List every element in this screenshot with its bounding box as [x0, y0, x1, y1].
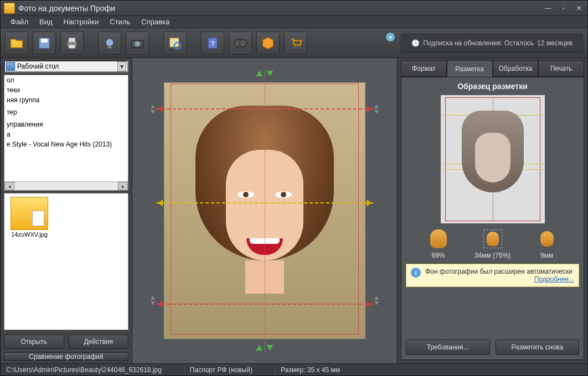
resize-handle[interactable]	[148, 105, 157, 118]
video-button[interactable]	[229, 32, 252, 55]
package-button[interactable]	[256, 32, 280, 55]
menubar: Файл Вид Настройки Стиль Справка	[1, 16, 587, 28]
menu-view[interactable]: Вид	[35, 17, 57, 27]
list-item[interactable]: управления	[4, 119, 128, 129]
list-item[interactable]: e Style - Vocal New Age Hits (2013)	[4, 139, 128, 149]
resize-handle[interactable]	[148, 296, 157, 309]
thumbnail[interactable]: 14zoWXV.jpg	[8, 197, 51, 238]
svg-text:?: ?	[210, 39, 214, 47]
menu-file[interactable]: Файл	[6, 17, 33, 27]
guide-handle-icon[interactable]	[157, 301, 163, 307]
folder-selected-label: Рабочий стол	[15, 62, 117, 70]
requirements-button[interactable]: Требования...	[406, 340, 490, 355]
metric-head-ratio: 69%	[414, 228, 463, 259]
tab-print[interactable]: Печать	[538, 60, 584, 77]
menu-help[interactable]: Справка	[137, 17, 174, 27]
list-item[interactable]: ол	[4, 75, 128, 85]
help-button[interactable]: ?	[201, 32, 224, 55]
folder-selector[interactable]: Рабочий стол ▾	[4, 60, 128, 72]
guide-handle-icon[interactable]	[157, 200, 163, 206]
folder-list[interactable]: ол теки няя группа тер управления а e St…	[4, 75, 128, 191]
maximize-button[interactable]: ▫	[559, 4, 569, 12]
svg-point-5	[106, 38, 114, 46]
close-hint-icon[interactable]: ✕	[386, 33, 395, 41]
close-button[interactable]: ✕	[574, 4, 584, 12]
toolbar: ? ✕ 🕓 Подписка на обновления: Осталось 1…	[1, 28, 587, 58]
svg-rect-6	[108, 46, 112, 48]
list-item[interactable]: тер	[4, 107, 128, 117]
actions-button[interactable]: Действия	[69, 335, 129, 349]
tab-format[interactable]: Формат	[401, 60, 447, 77]
menu-settings[interactable]: Настройки	[59, 17, 104, 27]
remark-button[interactable]: Разметить снова	[496, 340, 580, 355]
metric-head-height: 34мм (75%)	[468, 228, 518, 259]
info-banner: i Фон фотографии был расширен автоматиче…	[406, 264, 579, 287]
clock-icon: 🕓	[411, 39, 420, 47]
chevron-down-icon[interactable]: ▾	[117, 61, 126, 71]
head-box-icon	[483, 229, 502, 248]
right-panel: Формат Разметка Обработка Печать Образец…	[397, 58, 587, 363]
info-icon: i	[411, 268, 421, 278]
status-path: C:\Users\Admin\Pictures\Beauty\244046_63…	[6, 366, 167, 374]
subscription-months: 12 месяцев	[537, 39, 572, 47]
guide-handle-icon[interactable]	[367, 301, 372, 307]
sample-preview	[441, 95, 545, 223]
minimize-button[interactable]: —	[543, 4, 553, 12]
open-button[interactable]: Открыть	[4, 335, 64, 349]
svg-rect-4	[69, 45, 75, 48]
statusbar: C:\Users\Admin\Pictures\Beauty\244046_63…	[1, 363, 587, 375]
compare-button[interactable]: Сравнение фотографий	[4, 352, 128, 361]
list-item[interactable]: теки	[4, 85, 128, 95]
camera-button[interactable]	[126, 32, 149, 55]
subscription-label: Подписка на обновления: Осталось	[423, 39, 534, 47]
status-size: Размер: 35 x 45 мм	[275, 366, 345, 374]
svg-point-16	[298, 46, 301, 49]
info-link[interactable]: Подробнее...	[534, 275, 574, 283]
status-format: Паспорт РФ (новый)	[184, 366, 258, 374]
open-folder-button[interactable]	[5, 32, 28, 55]
eye-guideline[interactable]	[156, 202, 373, 203]
svg-point-15	[294, 46, 296, 49]
thumbnail-image	[11, 197, 48, 230]
top-guideline[interactable]	[156, 108, 373, 109]
thumbnail-panel: 14zoWXV.jpg	[4, 193, 128, 330]
hscrollbar[interactable]: ◂▸	[4, 181, 128, 190]
print-button[interactable]	[60, 32, 84, 55]
save-button[interactable]	[33, 32, 56, 55]
metric-head-width: 9мм	[522, 228, 572, 259]
move-up-down-handle[interactable]	[256, 343, 274, 352]
menu-style[interactable]: Стиль	[105, 17, 135, 27]
svg-rect-3	[69, 38, 75, 41]
photo-canvas[interactable]	[154, 72, 375, 349]
titlebar: Фото на документы Профи — ▫ ✕	[1, 1, 587, 16]
tab-processing[interactable]: Обработка	[493, 60, 539, 77]
tab-markup[interactable]: Разметка	[447, 60, 493, 77]
cart-button[interactable]	[284, 32, 307, 55]
resize-handle[interactable]	[372, 105, 381, 118]
info-text: Фон фотографии был расширен автоматическ…	[425, 268, 572, 275]
left-panel: Рабочий стол ▾ ол теки няя группа тер уп…	[1, 58, 132, 363]
move-up-down-handle[interactable]	[256, 69, 274, 78]
thumbnail-caption: 14zoWXV.jpg	[8, 231, 51, 238]
svg-rect-1	[41, 38, 48, 42]
app-icon	[4, 3, 15, 14]
desktop-icon	[6, 62, 15, 71]
sample-title: Образец разметки	[406, 82, 579, 91]
list-item[interactable]: няя группа	[4, 95, 128, 105]
subscription-panel: 🕓 Подписка на обновления: Осталось 12 ме…	[401, 34, 583, 53]
head-ears-icon	[538, 231, 556, 247]
svg-point-8	[135, 41, 140, 46]
chin-guideline[interactable]	[156, 304, 373, 305]
canvas-area	[132, 58, 397, 363]
guide-handle-icon[interactable]	[367, 200, 372, 206]
list-item[interactable]: а	[4, 129, 128, 139]
guide-handle-icon[interactable]	[157, 106, 163, 112]
head-silhouette-icon	[430, 229, 447, 248]
resize-handle[interactable]	[372, 296, 381, 309]
window-title: Фото на документы Профи	[18, 4, 543, 13]
guide-handle-icon[interactable]	[367, 106, 372, 112]
preview-button[interactable]	[163, 32, 187, 55]
webcam-button[interactable]	[98, 32, 121, 55]
svg-point-14	[239, 39, 247, 47]
